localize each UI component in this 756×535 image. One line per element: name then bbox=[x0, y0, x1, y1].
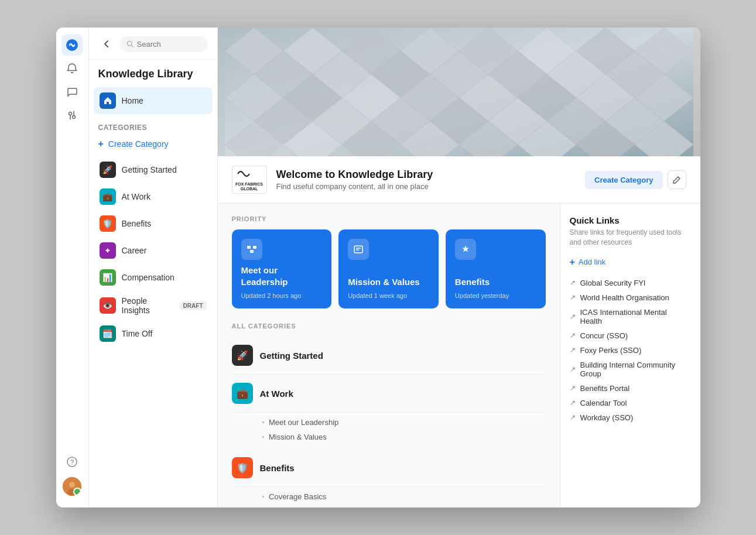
quick-link-label-8: Calendar Tool bbox=[580, 399, 627, 407]
quick-link-label-2: World Health Organisation bbox=[580, 293, 669, 302]
quick-link-label-3: ICAS International Mental Health bbox=[580, 308, 691, 325]
quick-link-concur[interactable]: ↗ Concur (SSO) bbox=[570, 328, 691, 343]
sub-item-coverage-basics[interactable]: Coverage Basics bbox=[262, 489, 546, 504]
priority-section-label: PRIORITY bbox=[232, 215, 546, 222]
welcome-bar: FOX FABRICSGLOBAL Welcome to Knowledge L… bbox=[218, 156, 700, 204]
quick-link-icas[interactable]: ↗ ICAS International Mental Health bbox=[570, 305, 691, 328]
nav-compensation-label: Compensation bbox=[122, 273, 175, 282]
nav-item-career[interactable]: ✦ Career bbox=[94, 237, 213, 264]
create-category-main-button[interactable]: Create Category bbox=[585, 171, 662, 189]
at-work-sub-items: Meet our Leadership Mission & Values bbox=[232, 413, 546, 449]
mission-card-title: Mission & Values bbox=[348, 276, 429, 288]
quick-link-calendar[interactable]: ↗ Calendar Tool bbox=[570, 396, 691, 410]
nav-home-label: Home bbox=[122, 96, 143, 105]
quick-link-label-5: Foxy Perks (SSO) bbox=[580, 346, 642, 355]
mission-card-icon bbox=[348, 239, 369, 260]
search-bar[interactable] bbox=[119, 36, 208, 52]
main-content: FOX FABRICSGLOBAL Welcome to Knowledge L… bbox=[218, 28, 700, 507]
categories-label: Categories bbox=[89, 116, 217, 134]
priority-cards: Meet our Leadership Updated 2 hours ago bbox=[232, 229, 546, 308]
priority-card-leadership[interactable]: Meet our Leadership Updated 2 hours ago bbox=[232, 229, 332, 308]
link-icon-1: ↗ bbox=[570, 279, 576, 287]
user-avatar[interactable] bbox=[63, 477, 81, 496]
category-nav: 🚀 Getting Started 💼 At Work 🛡️ Benefits … bbox=[89, 154, 217, 349]
nav-getting-started-label: Getting Started bbox=[122, 165, 177, 174]
svg-line-11 bbox=[131, 45, 133, 47]
quick-link-global-security[interactable]: ↗ Global Security FYI bbox=[570, 276, 691, 290]
bell-icon-btn[interactable] bbox=[61, 58, 83, 79]
create-category-button[interactable]: + Create Category bbox=[89, 134, 217, 154]
people-insights-nav-icon: 👁️ bbox=[100, 297, 116, 314]
workday-icon-btn[interactable] bbox=[61, 35, 83, 56]
tools-icon-btn[interactable] bbox=[61, 105, 83, 126]
quick-link-building-community[interactable]: ↗ Building Internal Community Group bbox=[570, 358, 691, 381]
sub-item-health-wellness[interactable]: Health & Wellness bbox=[262, 504, 546, 507]
welcome-title: Welcome to Knowledge Library bbox=[276, 169, 576, 181]
svg-rect-51 bbox=[247, 246, 251, 249]
draft-badge: DRAFT bbox=[180, 301, 207, 310]
quick-link-label-9: Workday (SSO) bbox=[580, 413, 634, 422]
quick-link-world-health[interactable]: ↗ World Health Organisation bbox=[570, 290, 691, 305]
link-icon-3: ↗ bbox=[570, 313, 576, 321]
sidebar-header bbox=[89, 28, 217, 60]
priority-card-benefits[interactable]: Benefits Updated yesterday bbox=[446, 229, 546, 308]
company-logo-text: FOX FABRICSGLOBAL bbox=[235, 182, 264, 192]
add-link-label: Add link bbox=[579, 258, 606, 266]
nav-benefits-label: Benefits bbox=[122, 219, 152, 228]
link-icon-7: ↗ bbox=[570, 384, 576, 392]
nav-item-time-off[interactable]: 🗓️ Time Off bbox=[94, 320, 213, 347]
quick-link-benefits-portal[interactable]: ↗ Benefits Portal bbox=[570, 381, 691, 396]
welcome-subtitle: Find useful company content, all in one … bbox=[276, 182, 576, 191]
svg-rect-53 bbox=[250, 250, 254, 253]
nav-item-home[interactable]: Home bbox=[94, 87, 213, 114]
link-icon-6: ↗ bbox=[570, 365, 576, 373]
leadership-card-icon bbox=[241, 239, 262, 260]
nav-at-work-label: At Work bbox=[122, 192, 151, 201]
add-link-button[interactable]: + Add link bbox=[570, 255, 691, 270]
home-nav-icon bbox=[100, 92, 116, 109]
leadership-card-title: Meet our Leadership bbox=[241, 265, 323, 287]
hero-banner bbox=[218, 28, 700, 156]
category-row-benefits[interactable]: 🛡️ Benefits bbox=[232, 449, 546, 487]
benefits-nav-icon: 🛡️ bbox=[100, 215, 116, 232]
create-category-label: Create Category bbox=[108, 139, 169, 149]
sub-item-meet-leadership[interactable]: Meet our Leadership bbox=[262, 415, 546, 430]
content-main: PRIORITY Meet our Leadership Updated 2 bbox=[218, 204, 560, 507]
help-icon-btn[interactable]: ? bbox=[61, 451, 83, 472]
mission-card-updated: Updated 1 week ago bbox=[348, 292, 429, 299]
leadership-card-updated: Updated 2 hours ago bbox=[241, 292, 323, 299]
link-icon-8: ↗ bbox=[570, 399, 576, 407]
icon-bar: ? bbox=[56, 28, 89, 507]
time-off-nav-icon: 🗓️ bbox=[100, 325, 116, 342]
nav-item-benefits[interactable]: 🛡️ Benefits bbox=[94, 210, 213, 237]
quick-link-label-6: Building Internal Community Group bbox=[580, 361, 691, 378]
priority-card-mission[interactable]: Mission & Values Updated 1 week ago bbox=[338, 229, 439, 308]
svg-rect-52 bbox=[253, 246, 256, 249]
quick-link-label-7: Benefits Portal bbox=[580, 384, 630, 393]
nav-career-label: Career bbox=[122, 246, 147, 255]
quick-link-foxy-perks[interactable]: ↗ Foxy Perks (SSO) bbox=[570, 343, 691, 358]
svg-text:?: ? bbox=[70, 458, 74, 467]
sub-item-mission-values[interactable]: Mission & Values bbox=[262, 430, 546, 444]
category-row-at-work[interactable]: 💼 At Work bbox=[232, 375, 546, 413]
nav-item-getting-started[interactable]: 🚀 Getting Started bbox=[94, 156, 213, 183]
back-button[interactable] bbox=[98, 36, 115, 52]
benefits-card-updated: Updated yesterday bbox=[455, 292, 536, 299]
benefits-cat-icon: 🛡️ bbox=[232, 457, 253, 478]
search-input[interactable] bbox=[137, 40, 201, 49]
benefits-card-icon bbox=[455, 239, 476, 260]
plus-icon: + bbox=[98, 139, 104, 149]
nav-time-off-label: Time Off bbox=[122, 329, 153, 338]
nav-item-compensation[interactable]: 📊 Compensation bbox=[94, 264, 213, 291]
nav-item-people-insights[interactable]: 👁️ People Insights DRAFT bbox=[94, 291, 213, 320]
edit-button[interactable] bbox=[668, 170, 686, 189]
nav-item-at-work[interactable]: 💼 At Work bbox=[94, 183, 213, 210]
quick-link-label-1: Global Security FYI bbox=[580, 279, 646, 287]
career-nav-icon: ✦ bbox=[100, 242, 116, 259]
add-link-plus-icon: + bbox=[570, 257, 575, 268]
category-row-getting-started[interactable]: 🚀 Getting Started bbox=[232, 337, 546, 375]
right-panel: Quick Links Share links for frequently u… bbox=[560, 204, 700, 507]
content-body: PRIORITY Meet our Leadership Updated 2 bbox=[218, 204, 700, 507]
quick-link-workday[interactable]: ↗ Workday (SSO) bbox=[570, 410, 691, 425]
chat-icon-btn[interactable] bbox=[61, 81, 83, 102]
